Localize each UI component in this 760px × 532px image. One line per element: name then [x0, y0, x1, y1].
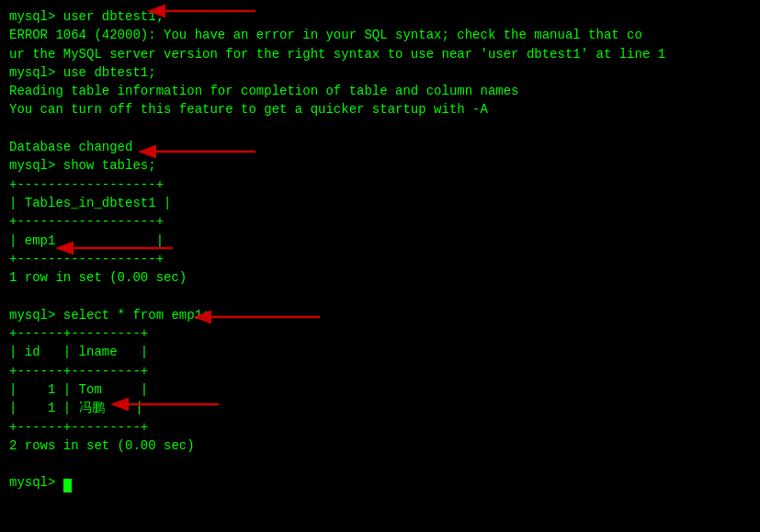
terminal-line: [9, 119, 751, 138]
table-header: | Tables_in_dbtest1 |: [9, 196, 171, 210]
prompt-select: mysql> select * from emp1;: [9, 308, 210, 323]
terminal-line: +------------------+: [9, 250, 751, 268]
error-line2: ur the MySQL server version for the righ…: [9, 47, 665, 62]
final-prompt: mysql>: [9, 475, 63, 490]
select-row1: | 1 | Tom |: [9, 382, 148, 397]
select-border3: +------+---------+: [9, 420, 148, 435]
table-border3: +------------------+: [9, 252, 164, 266]
terminal-line: +------+---------+: [9, 324, 751, 343]
info-line2: You can turn off this feature to get a q…: [9, 102, 488, 117]
terminal-line: | Tables_in_dbtest1 |: [9, 194, 751, 212]
terminal-line: You can turn off this feature to get a q…: [9, 100, 751, 119]
terminal-line: +------+---------+: [9, 418, 751, 436]
terminal-line: +------+---------+: [9, 362, 751, 380]
prompt-text: mysql> user dbtest1;: [9, 9, 164, 24]
error-line1: ERROR 1064 (42000): You have an error in…: [9, 28, 642, 42]
row-count1: 1 row in set (0.00 sec): [9, 270, 187, 285]
terminal-line: +------------------+: [9, 175, 751, 194]
terminal-line: Database changed: [9, 138, 751, 156]
prompt-show-tables: mysql> show tables;: [9, 158, 156, 173]
terminal-line: mysql> show tables;: [9, 156, 751, 175]
select-border1: +------+---------+: [9, 326, 148, 341]
terminal-line: +------------------+: [9, 212, 751, 231]
row-count2: 2 rows in set (0.00 sec): [9, 438, 195, 453]
terminal-prompt-final[interactable]: mysql>: [9, 473, 751, 492]
terminal-line: ur the MySQL server version for the righ…: [9, 45, 751, 63]
terminal-line: ERROR 1064 (42000): You have an error in…: [9, 26, 751, 44]
terminal-line: | 1 | Tom |: [9, 380, 751, 399]
cursor-block: [63, 479, 72, 492]
terminal-line: 2 rows in set (0.00 sec): [9, 436, 751, 455]
select-header: | id | lname |: [9, 345, 148, 359]
terminal-line: | id | lname |: [9, 343, 751, 361]
terminal-line: 1 row in set (0.00 sec): [9, 268, 751, 287]
terminal-line: mysql> user dbtest1;: [9, 7, 751, 26]
select-row2: | 1 | 冯鹏 |: [9, 401, 143, 415]
table-emp1-row: | emp1 |: [9, 233, 164, 248]
prompt-text: mysql> use dbtest1;: [9, 65, 156, 80]
terminal-line: | 1 | 冯鹏 |: [9, 399, 751, 417]
terminal-line: | emp1 |: [9, 232, 751, 250]
terminal-line: [9, 455, 751, 473]
select-border2: +------+---------+: [9, 364, 148, 379]
terminal-line: mysql> use dbtest1;: [9, 63, 751, 82]
terminal-line: Reading table information for completion…: [9, 82, 751, 100]
terminal-line: [9, 287, 751, 305]
table-border2: +------------------+: [9, 214, 164, 229]
terminal-window: mysql> user dbtest1; ERROR 1064 (42000):…: [0, 0, 760, 532]
info-line1: Reading table information for completion…: [9, 84, 519, 98]
table-border1: +------------------+: [9, 177, 164, 192]
terminal-line: mysql> select * from emp1;: [9, 306, 751, 324]
db-changed: Database changed: [9, 140, 132, 154]
